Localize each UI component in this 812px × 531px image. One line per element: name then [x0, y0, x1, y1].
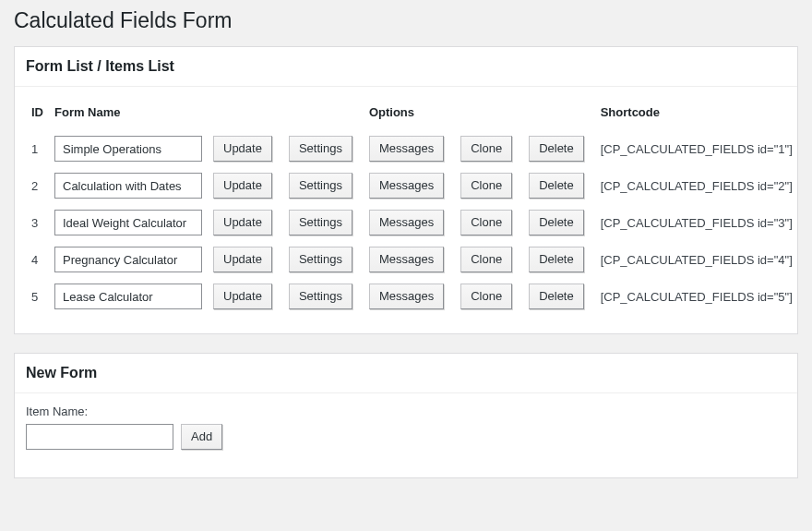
row-name-cell — [49, 204, 208, 241]
row-btn-cell-messages: Messages — [364, 130, 455, 167]
messages-button[interactable]: Messages — [369, 284, 444, 309]
form-name-input[interactable] — [54, 247, 202, 272]
messages-button[interactable]: Messages — [369, 173, 444, 199]
messages-button[interactable]: Messages — [369, 210, 444, 235]
form-name-input[interactable] — [54, 136, 202, 162]
col-header-blank-3 — [455, 98, 523, 130]
row-btn-cell-settings: Settings — [283, 241, 364, 278]
row-btn-cell-delete: Delete — [523, 130, 595, 167]
form-list-body: ID Form Name Options Shortcode 1UpdateSe… — [15, 87, 797, 333]
clone-button[interactable]: Clone — [460, 284, 512, 309]
row-btn-cell-messages: Messages — [364, 278, 455, 315]
shortcode-text: [CP_CALCULATED_FIELDS id="2"] — [601, 179, 793, 193]
row-id: 2 — [26, 167, 49, 204]
clone-button[interactable]: Clone — [460, 210, 512, 235]
shortcode-text: [CP_CALCULATED_FIELDS id="1"] — [601, 142, 793, 156]
row-btn-cell-delete: Delete — [523, 241, 595, 278]
row-btn-cell-messages: Messages — [364, 167, 455, 204]
shortcode-text: [CP_CALCULATED_FIELDS id="3"] — [601, 216, 793, 230]
row-name-cell — [49, 130, 208, 167]
row-name-cell — [49, 278, 208, 315]
clone-button[interactable]: Clone — [460, 173, 512, 199]
row-btn-cell-delete: Delete — [523, 167, 595, 204]
clone-button[interactable]: Clone — [460, 247, 512, 272]
row-btn-cell-delete: Delete — [523, 204, 595, 241]
row-name-cell — [49, 167, 208, 204]
table-row: 3UpdateSettingsMessagesCloneDelete[CP_CA… — [26, 204, 798, 241]
row-btn-cell-update: Update — [208, 278, 283, 315]
row-btn-cell-update: Update — [208, 241, 283, 278]
row-btn-cell-clone: Clone — [455, 278, 523, 315]
col-header-blank-1 — [208, 98, 283, 130]
settings-button[interactable]: Settings — [289, 284, 352, 309]
col-header-name: Form Name — [49, 98, 208, 130]
update-button[interactable]: Update — [213, 210, 272, 235]
delete-button[interactable]: Delete — [529, 173, 584, 199]
row-shortcode: [CP_CALCULATED_FIELDS id="1"] — [595, 130, 798, 167]
row-id: 3 — [26, 204, 49, 241]
delete-button[interactable]: Delete — [529, 284, 584, 309]
row-id: 5 — [26, 278, 49, 315]
update-button[interactable]: Update — [213, 284, 272, 309]
new-form-panel: New Form Item Name: Add — [14, 353, 798, 478]
row-btn-cell-messages: Messages — [364, 204, 455, 241]
table-row: 2UpdateSettingsMessagesCloneDelete[CP_CA… — [26, 167, 798, 204]
col-header-blank-2 — [283, 98, 364, 130]
new-form-body: Item Name: Add — [15, 393, 797, 477]
new-form-name-input[interactable] — [26, 424, 173, 450]
col-header-id: ID — [26, 98, 49, 130]
row-btn-cell-update: Update — [208, 167, 283, 204]
col-header-shortcode: Shortcode — [595, 98, 798, 130]
new-form-heading: New Form — [15, 354, 797, 393]
row-btn-cell-delete: Delete — [523, 278, 595, 315]
settings-button[interactable]: Settings — [289, 173, 352, 199]
table-row: 1UpdateSettingsMessagesCloneDelete[CP_CA… — [26, 130, 798, 167]
row-btn-cell-clone: Clone — [455, 204, 523, 241]
row-btn-cell-clone: Clone — [455, 167, 523, 204]
messages-button[interactable]: Messages — [369, 247, 444, 272]
row-btn-cell-clone: Clone — [455, 130, 523, 167]
form-name-input[interactable] — [54, 210, 202, 235]
settings-button[interactable]: Settings — [289, 247, 352, 272]
update-button[interactable]: Update — [213, 247, 272, 272]
clone-button[interactable]: Clone — [460, 136, 512, 162]
row-id: 4 — [26, 241, 49, 278]
row-shortcode: [CP_CALCULATED_FIELDS id="3"] — [595, 204, 798, 241]
row-btn-cell-settings: Settings — [283, 204, 364, 241]
col-header-blank-4 — [523, 98, 595, 130]
delete-button[interactable]: Delete — [529, 210, 584, 235]
table-row: 5UpdateSettingsMessagesCloneDelete[CP_CA… — [26, 278, 798, 315]
form-list-panel: Form List / Items List ID Form Name Opti… — [14, 46, 798, 334]
add-button[interactable]: Add — [181, 424, 222, 450]
delete-button[interactable]: Delete — [529, 247, 584, 272]
form-name-input[interactable] — [54, 284, 202, 309]
form-list-heading: Form List / Items List — [15, 47, 797, 87]
row-shortcode: [CP_CALCULATED_FIELDS id="5"] — [595, 278, 798, 315]
row-btn-cell-messages: Messages — [364, 241, 455, 278]
row-shortcode: [CP_CALCULATED_FIELDS id="4"] — [595, 241, 798, 278]
messages-button[interactable]: Messages — [369, 136, 444, 162]
form-name-input[interactable] — [54, 173, 202, 199]
row-btn-cell-update: Update — [208, 204, 283, 241]
row-btn-cell-clone: Clone — [455, 241, 523, 278]
new-form-label: Item Name: — [26, 404, 786, 418]
delete-button[interactable]: Delete — [529, 136, 584, 162]
row-btn-cell-update: Update — [208, 130, 283, 167]
shortcode-text: [CP_CALCULATED_FIELDS id="5"] — [601, 290, 793, 304]
update-button[interactable]: Update — [213, 173, 272, 199]
col-header-options: Options — [364, 98, 455, 130]
row-id: 1 — [26, 130, 49, 167]
table-row: 4UpdateSettingsMessagesCloneDelete[CP_CA… — [26, 241, 798, 278]
settings-button[interactable]: Settings — [289, 136, 352, 162]
form-list-table: ID Form Name Options Shortcode 1UpdateSe… — [26, 98, 798, 315]
row-shortcode: [CP_CALCULATED_FIELDS id="2"] — [595, 167, 798, 204]
row-btn-cell-settings: Settings — [283, 130, 364, 167]
update-button[interactable]: Update — [213, 136, 272, 162]
row-btn-cell-settings: Settings — [283, 278, 364, 315]
row-btn-cell-settings: Settings — [283, 167, 364, 204]
row-name-cell — [49, 241, 208, 278]
settings-button[interactable]: Settings — [289, 210, 352, 235]
page-title: Calculated Fields Form — [0, 0, 812, 37]
shortcode-text: [CP_CALCULATED_FIELDS id="4"] — [601, 253, 793, 267]
